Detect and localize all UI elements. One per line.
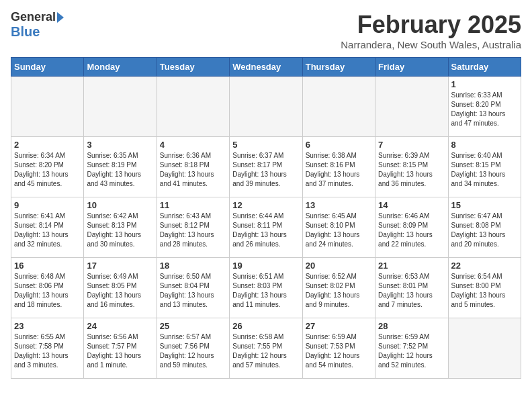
day-number: 3 <box>87 140 153 150</box>
weekday-header: Thursday <box>302 58 375 77</box>
day-info: Sunrise: 6:48 AMSunset: 8:06 PMDaylight:… <box>14 272 81 310</box>
day-info: Sunrise: 6:34 AMSunset: 8:20 PMDaylight:… <box>14 151 81 189</box>
day-info: Sunrise: 6:35 AMSunset: 8:19 PMDaylight:… <box>87 151 153 189</box>
day-number: 7 <box>378 140 445 150</box>
calendar-day-cell <box>302 77 375 137</box>
day-info: Sunrise: 6:40 AMSunset: 8:15 PMDaylight:… <box>451 151 518 189</box>
calendar-day-cell: 25Sunrise: 6:57 AMSunset: 7:56 PMDayligh… <box>157 318 229 379</box>
calendar-day-cell: 3Sunrise: 6:35 AMSunset: 8:19 PMDaylight… <box>84 137 157 197</box>
calendar-day-cell: 26Sunrise: 6:58 AMSunset: 7:55 PMDayligh… <box>230 318 302 379</box>
calendar-day-cell: 28Sunrise: 6:59 AMSunset: 7:52 PMDayligh… <box>375 318 448 379</box>
day-info: Sunrise: 6:55 AMSunset: 7:58 PMDaylight:… <box>14 332 81 370</box>
day-number: 25 <box>160 321 226 331</box>
day-number: 28 <box>378 321 445 331</box>
day-number: 26 <box>232 321 299 331</box>
calendar-day-cell <box>448 318 521 379</box>
calendar-week-row: 9Sunrise: 6:41 AMSunset: 8:14 PMDaylight… <box>11 197 521 258</box>
day-number: 17 <box>87 261 153 271</box>
day-number: 9 <box>14 200 81 210</box>
calendar-day-cell: 14Sunrise: 6:46 AMSunset: 8:09 PMDayligh… <box>375 197 448 258</box>
calendar-day-cell: 15Sunrise: 6:47 AMSunset: 8:08 PMDayligh… <box>448 197 521 258</box>
logo: General Blue <box>11 11 64 39</box>
day-number: 5 <box>232 140 299 150</box>
day-info: Sunrise: 6:36 AMSunset: 8:18 PMDaylight:… <box>160 151 226 189</box>
day-info: Sunrise: 6:37 AMSunset: 8:17 PMDaylight:… <box>232 151 299 189</box>
day-number: 2 <box>14 140 81 150</box>
calendar-day-cell: 19Sunrise: 6:51 AMSunset: 8:03 PMDayligh… <box>230 258 302 318</box>
day-number: 8 <box>451 140 518 150</box>
calendar-day-cell: 6Sunrise: 6:38 AMSunset: 8:16 PMDaylight… <box>302 137 375 197</box>
day-number: 16 <box>14 261 81 271</box>
weekday-header: Saturday <box>448 58 521 77</box>
calendar-day-cell: 8Sunrise: 6:40 AMSunset: 8:15 PMDaylight… <box>448 137 521 197</box>
calendar-week-row: 2Sunrise: 6:34 AMSunset: 8:20 PMDaylight… <box>11 137 521 197</box>
calendar-day-cell: 9Sunrise: 6:41 AMSunset: 8:14 PMDaylight… <box>11 197 84 258</box>
day-number: 10 <box>87 200 153 210</box>
page-header: General Blue February 2025 Narrandera, N… <box>11 11 521 50</box>
day-info: Sunrise: 6:59 AMSunset: 7:53 PMDaylight:… <box>306 332 372 370</box>
day-info: Sunrise: 6:53 AMSunset: 8:01 PMDaylight:… <box>378 272 445 310</box>
day-info: Sunrise: 6:49 AMSunset: 8:05 PMDaylight:… <box>87 272 153 310</box>
weekday-header: Monday <box>84 58 157 77</box>
calendar-day-cell <box>157 77 229 137</box>
day-number: 15 <box>451 200 518 210</box>
calendar-day-cell: 7Sunrise: 6:39 AMSunset: 8:15 PMDaylight… <box>375 137 448 197</box>
calendar-day-cell: 24Sunrise: 6:56 AMSunset: 7:57 PMDayligh… <box>84 318 157 379</box>
day-info: Sunrise: 6:54 AMSunset: 8:00 PMDaylight:… <box>451 272 518 310</box>
logo-general: General <box>11 11 56 24</box>
day-info: Sunrise: 6:50 AMSunset: 8:04 PMDaylight:… <box>160 272 226 310</box>
calendar-day-cell: 1Sunrise: 6:33 AMSunset: 8:20 PMDaylight… <box>448 77 521 137</box>
day-number: 24 <box>87 321 153 331</box>
calendar-day-cell <box>84 77 157 137</box>
day-info: Sunrise: 6:33 AMSunset: 8:20 PMDaylight:… <box>451 91 518 128</box>
calendar-day-cell: 16Sunrise: 6:48 AMSunset: 8:06 PMDayligh… <box>11 258 84 318</box>
calendar-day-cell: 23Sunrise: 6:55 AMSunset: 7:58 PMDayligh… <box>11 318 84 379</box>
day-info: Sunrise: 6:45 AMSunset: 8:10 PMDaylight:… <box>306 212 372 249</box>
day-info: Sunrise: 6:51 AMSunset: 8:03 PMDaylight:… <box>232 272 299 310</box>
calendar-day-cell: 21Sunrise: 6:53 AMSunset: 8:01 PMDayligh… <box>375 258 448 318</box>
calendar-day-cell <box>375 77 448 137</box>
month-title: February 2025 <box>341 11 521 39</box>
day-info: Sunrise: 6:38 AMSunset: 8:16 PMDaylight:… <box>306 151 372 189</box>
location-title: Narrandera, New South Wales, Australia <box>341 39 521 50</box>
logo-arrow-icon <box>57 12 64 23</box>
day-number: 13 <box>306 200 372 210</box>
day-info: Sunrise: 6:59 AMSunset: 7:52 PMDaylight:… <box>378 332 445 370</box>
day-number: 21 <box>378 261 445 271</box>
calendar-week-row: 1Sunrise: 6:33 AMSunset: 8:20 PMDaylight… <box>11 77 521 137</box>
day-number: 18 <box>160 261 226 271</box>
calendar-day-cell: 12Sunrise: 6:44 AMSunset: 8:11 PMDayligh… <box>230 197 302 258</box>
day-info: Sunrise: 6:39 AMSunset: 8:15 PMDaylight:… <box>378 151 445 189</box>
day-number: 11 <box>160 200 226 210</box>
calendar-day-cell: 5Sunrise: 6:37 AMSunset: 8:17 PMDaylight… <box>230 137 302 197</box>
day-info: Sunrise: 6:56 AMSunset: 7:57 PMDaylight:… <box>87 332 153 370</box>
day-number: 4 <box>160 140 226 150</box>
calendar-day-cell: 10Sunrise: 6:42 AMSunset: 8:13 PMDayligh… <box>84 197 157 258</box>
day-info: Sunrise: 6:41 AMSunset: 8:14 PMDaylight:… <box>14 212 81 249</box>
day-info: Sunrise: 6:46 AMSunset: 8:09 PMDaylight:… <box>378 212 445 249</box>
day-info: Sunrise: 6:43 AMSunset: 8:12 PMDaylight:… <box>160 212 226 249</box>
calendar-day-cell: 17Sunrise: 6:49 AMSunset: 8:05 PMDayligh… <box>84 258 157 318</box>
day-number: 1 <box>451 79 518 89</box>
day-info: Sunrise: 6:47 AMSunset: 8:08 PMDaylight:… <box>451 212 518 249</box>
day-number: 20 <box>306 261 372 271</box>
calendar-day-cell: 27Sunrise: 6:59 AMSunset: 7:53 PMDayligh… <box>302 318 375 379</box>
day-info: Sunrise: 6:57 AMSunset: 7:56 PMDaylight:… <box>160 332 226 370</box>
calendar-week-row: 23Sunrise: 6:55 AMSunset: 7:58 PMDayligh… <box>11 318 521 379</box>
day-number: 23 <box>14 321 81 331</box>
weekday-header: Sunday <box>11 58 84 77</box>
calendar-header-row: SundayMondayTuesdayWednesdayThursdayFrid… <box>11 58 521 77</box>
day-info: Sunrise: 6:42 AMSunset: 8:13 PMDaylight:… <box>87 212 153 249</box>
day-number: 12 <box>232 200 299 210</box>
weekday-header: Tuesday <box>157 58 229 77</box>
calendar-day-cell: 11Sunrise: 6:43 AMSunset: 8:12 PMDayligh… <box>157 197 229 258</box>
calendar-day-cell: 22Sunrise: 6:54 AMSunset: 8:00 PMDayligh… <box>448 258 521 318</box>
day-number: 19 <box>232 261 299 271</box>
weekday-header: Wednesday <box>230 58 302 77</box>
day-number: 14 <box>378 200 445 210</box>
day-info: Sunrise: 6:52 AMSunset: 8:02 PMDaylight:… <box>306 272 372 310</box>
day-number: 27 <box>306 321 372 331</box>
calendar-day-cell: 4Sunrise: 6:36 AMSunset: 8:18 PMDaylight… <box>157 137 229 197</box>
calendar-week-row: 16Sunrise: 6:48 AMSunset: 8:06 PMDayligh… <box>11 258 521 318</box>
calendar-day-cell <box>230 77 302 137</box>
